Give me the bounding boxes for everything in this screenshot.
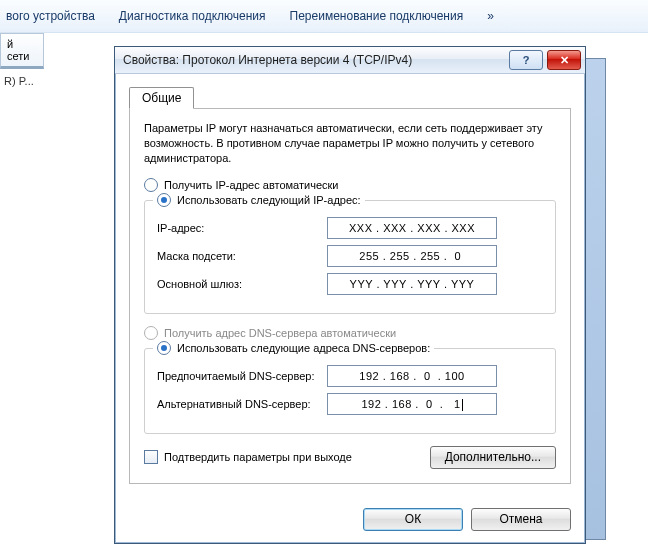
- dns-group: Использовать следующие адреса DNS-сервер…: [144, 348, 556, 434]
- default-gateway-input[interactable]: YYY . YYY . YYY . YYY: [327, 273, 497, 295]
- preferred-dns-label: Предпочитаемый DNS-сервер:: [157, 370, 327, 382]
- radio-use-following-ip[interactable]: Использовать следующий IP-адрес:: [153, 193, 365, 207]
- toolbar-item-diagnose[interactable]: Диагностика подключения: [119, 9, 266, 23]
- dialog-buttons: ОК Отмена: [115, 498, 585, 543]
- intro-text: Параметры IP могут назначаться автоматич…: [144, 121, 556, 166]
- radio-label: Получить адрес DNS-сервера автоматически: [164, 327, 396, 339]
- radio-icon: [157, 341, 171, 355]
- radio-obtain-dns-auto: Получить адрес DNS-сервера автоматически: [144, 326, 556, 340]
- radio-icon: [157, 193, 171, 207]
- toolbar-item-rename[interactable]: Переименование подключения: [290, 9, 464, 23]
- radio-label: Получить IP-адрес автоматически: [164, 179, 338, 191]
- validate-on-exit-checkbox[interactable]: [144, 450, 158, 464]
- alternate-dns-label: Альтернативный DNS-сервер:: [157, 398, 327, 410]
- side-tab[interactable]: й сети: [0, 33, 44, 69]
- toolbar-item-device[interactable]: вого устройства: [6, 9, 95, 23]
- radio-use-following-dns[interactable]: Использовать следующие адреса DNS-сервер…: [153, 341, 434, 355]
- radio-icon: [144, 326, 158, 340]
- advanced-button[interactable]: Дополнительно...: [430, 446, 556, 469]
- tab-strip: Общие: [129, 84, 571, 109]
- subnet-mask-label: Маска подсети:: [157, 250, 327, 262]
- radio-label: Использовать следующие адреса DNS-сервер…: [177, 342, 430, 354]
- cancel-button[interactable]: Отмена: [471, 508, 571, 531]
- tab-body: Параметры IP могут назначаться автоматич…: [129, 109, 571, 484]
- toolbar-overflow-icon[interactable]: »: [487, 9, 494, 23]
- default-gateway-label: Основной шлюз:: [157, 278, 327, 290]
- help-button[interactable]: ?: [509, 50, 543, 70]
- side-label: R) P...: [0, 75, 44, 87]
- radio-label: Использовать следующий IP-адрес:: [177, 194, 361, 206]
- tab-general[interactable]: Общие: [129, 87, 194, 109]
- preferred-dns-input[interactable]: 192 . 168 . 0 . 100: [327, 365, 497, 387]
- alternate-dns-input[interactable]: 192 . 168 . 0 . 1: [327, 393, 497, 415]
- ip-group: Использовать следующий IP-адрес: IP-адре…: [144, 200, 556, 314]
- radio-obtain-ip-auto[interactable]: Получить IP-адрес автоматически: [144, 178, 556, 192]
- toolbar: вого устройства Диагностика подключения …: [0, 0, 648, 33]
- radio-icon: [144, 178, 158, 192]
- ip-address-input[interactable]: XXX . XXX . XXX . XXX: [327, 217, 497, 239]
- close-button[interactable]: ✕: [547, 50, 581, 70]
- ok-button[interactable]: ОК: [363, 508, 463, 531]
- ip-address-label: IP-адрес:: [157, 222, 327, 234]
- side-pane: й сети R) P...: [0, 33, 44, 87]
- titlebar: Свойства: Протокол Интернета версии 4 (T…: [115, 47, 585, 74]
- validate-on-exit-label: Подтвердить параметры при выходе: [164, 451, 352, 463]
- text-caret-icon: [462, 399, 463, 411]
- dialog-title: Свойства: Протокол Интернета версии 4 (T…: [123, 53, 505, 67]
- ipv4-properties-dialog: Свойства: Протокол Интернета версии 4 (T…: [114, 46, 586, 544]
- subnet-mask-input[interactable]: 255 . 255 . 255 . 0: [327, 245, 497, 267]
